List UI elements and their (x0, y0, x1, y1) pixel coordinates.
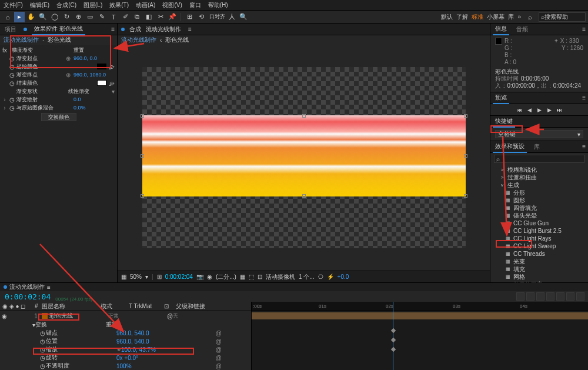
res-dropdown[interactable]: (二分...) (216, 273, 236, 281)
stopwatch-icon[interactable]: ◷ (9, 64, 14, 69)
graph-icon[interactable] (556, 292, 564, 301)
layer-bar[interactable] (252, 312, 588, 319)
anchor-tool-icon[interactable]: ⊕ (73, 12, 83, 22)
preset-effect[interactable]: ▦CC Light Burst 2.5 (490, 227, 588, 235)
preset-effect[interactable]: ▦分形 (490, 189, 588, 196)
prop-value[interactable]: 100% (116, 363, 132, 369)
zoom-dropdown[interactable]: 50% (130, 274, 142, 280)
tab-effect-controls[interactable]: 效果控件 彩色光线 (32, 24, 85, 35)
stopwatch-icon[interactable]: ◷ (9, 56, 14, 61)
preset-effect[interactable]: ▦网格 (490, 273, 588, 281)
prop-dropdown[interactable]: 线性渐变 (68, 88, 109, 95)
guides-icon[interactable]: ⊡ (258, 274, 262, 280)
stopwatch-icon[interactable]: ◷ (40, 330, 46, 336)
hand-tool-icon[interactable]: ✋ (26, 12, 36, 22)
effect-name[interactable]: 梯度渐变 (12, 46, 71, 54)
stopwatch-icon[interactable]: ◷ (9, 72, 14, 77)
orbit-tool-icon[interactable]: ◯ (49, 12, 60, 22)
prop-value[interactable]: 960.0, 540.0 (116, 330, 149, 336)
transform-reset[interactable]: 重置 (106, 321, 118, 329)
3d-icon[interactable]: ⎔ (318, 274, 323, 280)
first-frame-icon[interactable]: ⏮ (515, 106, 523, 114)
rotate-tool-icon[interactable]: ↻ (61, 12, 72, 22)
crumb-comp[interactable]: 流动光线制作 (121, 36, 156, 44)
link-icon[interactable]: ⚭ (116, 346, 121, 353)
crosshair-icon[interactable]: ⊕ (65, 55, 71, 61)
col-trkmat[interactable]: T TrkMat (126, 303, 162, 309)
fx-icon[interactable] (536, 292, 544, 301)
layer-mode[interactable]: 正常 (108, 312, 135, 320)
keyframe-icon[interactable] (391, 338, 396, 342)
visibility-icon[interactable]: ◉ (0, 313, 8, 319)
eyedropper-icon[interactable]: ⌮ (109, 80, 115, 86)
panel-menu-icon[interactable]: ≡ (582, 95, 586, 101)
stopwatch-icon[interactable]: ◷ (40, 355, 46, 361)
panel-menu-icon[interactable]: ≡ (188, 26, 192, 32)
shortcut-dropdown[interactable]: 空格键 ▾ (495, 130, 583, 138)
roto-tool-icon[interactable]: ✂ (155, 12, 166, 22)
shape-tool-icon[interactable]: ▭ (85, 12, 95, 22)
grid-icon[interactable]: ⊞ (157, 274, 162, 280)
layer-row-1[interactable]: ◉ 1 彩色光线 正常 @ 无 (0, 311, 251, 321)
panel-menu-icon[interactable]: ≡ (582, 26, 586, 32)
preset-category[interactable]: >过渡和扭曲 (490, 174, 588, 181)
stopwatch-icon[interactable]: ◷ (40, 346, 46, 353)
timeline-tracks[interactable]: :00s 01s 02s 03s 04s (252, 302, 588, 370)
snap-icon[interactable]: ⊞ (184, 12, 195, 22)
timecode-field[interactable]: 0:00:02:04 (0, 292, 55, 301)
color-swatch[interactable] (97, 80, 106, 86)
pickwhip-icon[interactable]: @ (216, 346, 222, 353)
preset-effect[interactable]: ▦填充 (490, 265, 588, 273)
eraser-tool-icon[interactable]: ◧ (143, 12, 154, 22)
puppet-tool-icon[interactable]: 📌 (167, 12, 178, 22)
stopwatch-icon[interactable]: ◷ (9, 97, 14, 102)
presets-tree[interactable]: >模糊和锐化>过渡和扭曲v生成▦分形▦圆形▦四管填充▦镜头光晕▦CC Glue … (490, 165, 588, 282)
exposure-value[interactable]: +0.0 (338, 274, 349, 280)
draft-icon[interactable]: ⚡ (327, 274, 334, 280)
twirl-icon[interactable]: › (2, 96, 7, 103)
snapshot-icon[interactable]: 📷 (196, 274, 203, 280)
prev-frame-icon[interactable]: ◀ (525, 106, 533, 114)
panel-menu-icon[interactable]: ≡ (582, 144, 586, 150)
preset-effect[interactable]: ▦单元格图案 (490, 281, 588, 282)
pickwhip-icon[interactable]: @ (216, 330, 222, 336)
home-icon[interactable]: ⌂ (2, 12, 13, 22)
overflow-icon[interactable]: » (517, 14, 521, 20)
expand-icon[interactable] (576, 292, 584, 301)
preset-effect[interactable]: ▦CC Glue Gun (490, 219, 588, 227)
panel-menu-icon[interactable]: ≡ (47, 284, 51, 291)
workspace-learn[interactable]: 了解 (456, 13, 468, 21)
preset-category[interactable]: >模糊和锐化 (490, 166, 588, 174)
views-dropdown[interactable]: 1 个... (299, 273, 315, 281)
workspace-standard[interactable]: 标准 (472, 13, 483, 21)
stopwatch-icon[interactable]: ◷ (40, 338, 46, 345)
transform-group[interactable]: ▾ 变换 重置 (0, 321, 251, 329)
pen-tool-icon[interactable]: ✎ (96, 12, 107, 22)
crosshair-icon[interactable]: ⊕ (65, 72, 71, 78)
menu-effect[interactable]: 效果(T) (109, 1, 129, 9)
pickwhip-icon[interactable]: @ (167, 313, 173, 319)
presets-search-input[interactable]: ⌕ (494, 155, 584, 163)
home2-icon[interactable]: ⌕ (524, 12, 535, 22)
next-frame-icon[interactable]: ▶ (545, 106, 553, 114)
stopwatch-icon[interactable]: ◷ (9, 81, 14, 85)
preset-effect[interactable]: ▦CC Threads (490, 250, 588, 258)
extra-tool-icon[interactable]: 人 (226, 12, 237, 22)
menu-composition[interactable]: 合成(C) (56, 1, 76, 9)
comp-tab-name[interactable]: 流动光线制作 (146, 25, 181, 34)
camera-dropdown[interactable]: 活动摄像机 (266, 273, 295, 281)
prop-value[interactable]: 960.0, 540.0 (116, 338, 149, 345)
preset-effect[interactable]: ▦镜头光晕 (490, 212, 588, 219)
stopwatch-icon[interactable]: ◷ (40, 363, 46, 369)
search-small-icon[interactable]: 🔍 (238, 12, 249, 22)
tab-project[interactable]: 项目 (2, 24, 19, 35)
zoom-tool-icon[interactable]: 🔍 (38, 12, 48, 22)
keyframe-icon[interactable] (391, 328, 396, 333)
mask-icon[interactable]: ⬚ (249, 274, 254, 280)
prop-value[interactable]: 960.0, 1080.0 (74, 72, 115, 78)
brush-tool-icon[interactable]: ✐ (120, 12, 131, 22)
timeline-tab-name[interactable]: 流动光线制作 (9, 283, 45, 291)
time-ruler[interactable]: :00s 01s 02s 03s 04s (252, 302, 588, 311)
tab-lib[interactable]: 库 (532, 142, 542, 152)
prop-value[interactable]: 0x +0.0° (116, 355, 138, 361)
